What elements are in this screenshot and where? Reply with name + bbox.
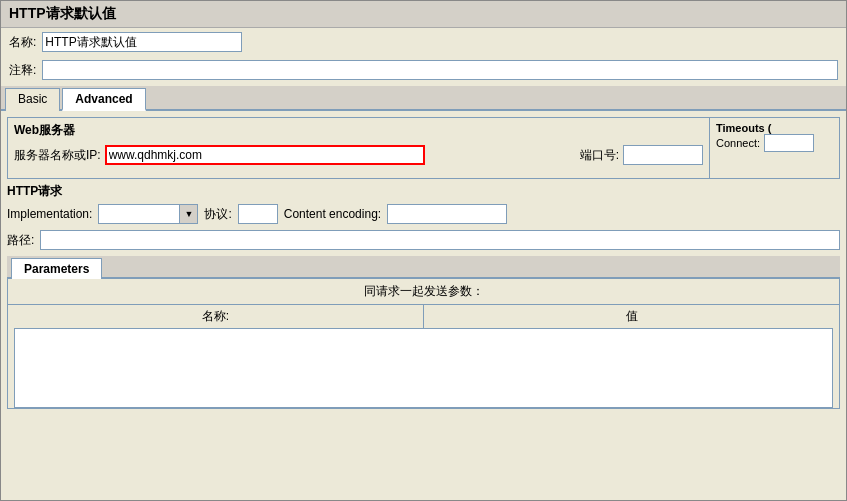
timeouts-label: Timeouts ( [716,122,833,134]
params-columns: 名称: 值 [8,305,839,328]
protocol-input[interactable] [238,204,278,224]
http-request-title: HTTP请求 [7,183,840,200]
http-request-section: HTTP请求 Implementation: ▼ 协议: Content enc… [1,183,846,252]
comment-row: 注释: [1,56,846,84]
server-name-label: 服务器名称或IP: [14,147,101,164]
path-label: 路径: [7,232,34,249]
tab-basic[interactable]: Basic [5,88,60,111]
connect-input[interactable] [764,134,814,152]
parameters-tab[interactable]: Parameters [11,258,102,279]
name-input[interactable] [42,32,242,52]
web-server-section: Web服务器 服务器名称或IP: 端口号: Timeouts ( Connect… [7,117,840,179]
main-window: HTTP请求默认值 名称: 注释: Basic Advanced Web服务器 … [0,0,847,501]
impl-label: Implementation: [7,207,92,221]
encoding-label: Content encoding: [284,207,381,221]
connect-row: Connect: [716,134,833,152]
http-options-row: Implementation: ▼ 协议: Content encoding: [7,204,840,224]
path-input[interactable] [40,230,840,250]
params-col-name: 名称: [8,305,424,328]
server-row: 服务器名称或IP: 端口号: [14,143,703,167]
name-row: 名称: [1,28,846,56]
server-name-input[interactable] [105,145,425,165]
comment-input[interactable] [42,60,838,80]
timeouts-panel: Timeouts ( Connect: [709,118,839,178]
port-input[interactable] [623,145,703,165]
title-bar: HTTP请求默认值 [1,1,846,28]
impl-input[interactable] [99,205,179,223]
impl-select-wrapper[interactable]: ▼ [98,204,198,224]
path-row: 路径: [7,228,840,252]
web-server-title: Web服务器 [14,122,703,139]
connect-label: Connect: [716,137,760,149]
comment-label: 注释: [9,62,36,79]
port-label: 端口号: [580,147,619,164]
params-col-value: 值 [424,305,839,328]
tab-advanced[interactable]: Advanced [62,88,145,111]
params-body [14,328,833,408]
parameters-panel: 同请求一起发送参数： 名称: 值 [7,279,840,409]
send-together-label: 同请求一起发送参数： [8,279,839,305]
name-label: 名称: [9,34,36,51]
parameters-section: Parameters 同请求一起发送参数： 名称: 值 [7,256,840,409]
window-title: HTTP请求默认值 [9,5,116,21]
tabs-bar: Basic Advanced [1,86,846,111]
protocol-label: 协议: [204,206,231,223]
impl-dropdown-arrow[interactable]: ▼ [179,205,197,223]
params-tab-bar: Parameters [7,256,840,279]
encoding-input[interactable] [387,204,507,224]
